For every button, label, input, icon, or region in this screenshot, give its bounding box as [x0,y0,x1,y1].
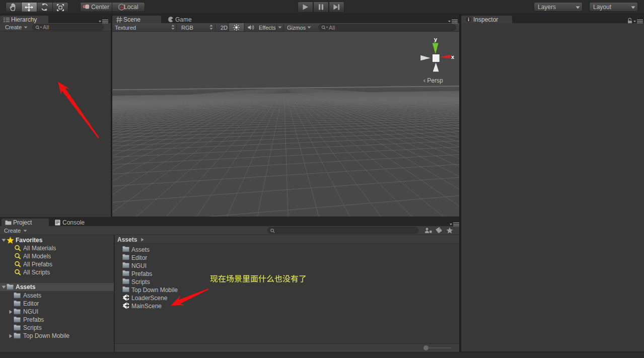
svg-text:y: y [434,36,438,42]
svg-text:x: x [451,54,455,60]
